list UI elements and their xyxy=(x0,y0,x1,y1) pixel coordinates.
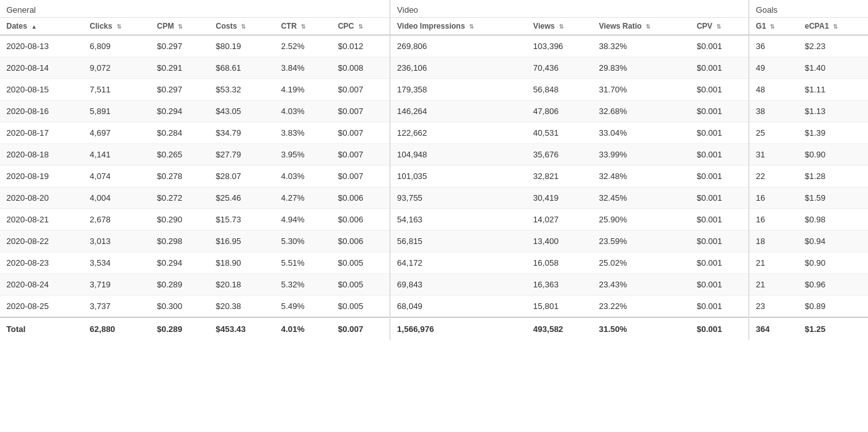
cell-costs: $53.32 xyxy=(210,79,275,101)
cell-video-impressions: 269,806 xyxy=(390,35,527,57)
cell-cpv: $0.001 xyxy=(690,79,749,101)
cell-cpm: $0.278 xyxy=(150,166,209,187)
cell-ecpa1: $0.98 xyxy=(799,209,868,231)
col-g1[interactable]: G1 ⇅ xyxy=(749,18,799,36)
cell-views: 47,806 xyxy=(527,101,593,122)
cell-cpv: $0.001 xyxy=(690,166,749,187)
cell-cpm: $0.294 xyxy=(150,252,209,274)
cell-cpm: $0.298 xyxy=(150,231,209,252)
cell-date: 2020-08-18 xyxy=(0,144,83,166)
cell-date: 2020-08-25 xyxy=(0,296,83,318)
cell-ecpa1: $0.90 xyxy=(799,144,868,166)
sort-icon-g1: ⇅ xyxy=(770,24,775,30)
cell-cpv: $0.001 xyxy=(690,101,749,122)
table-row: 2020-08-174,697$0.284$34.793.83%$0.00712… xyxy=(0,122,868,144)
cell-g1: 31 xyxy=(749,144,799,166)
total-row: Total 62,880 $0.289 $453.43 4.01% $0.007… xyxy=(0,317,868,340)
cell-g1: 48 xyxy=(749,79,799,101)
col-costs[interactable]: Costs ⇅ xyxy=(210,18,275,36)
table-row: 2020-08-149,072$0.291$68.613.84%$0.00823… xyxy=(0,57,868,79)
col-ecpa1[interactable]: eCPA1 ⇅ xyxy=(799,18,868,36)
cell-views-ratio: 33.04% xyxy=(593,122,691,144)
cell-cpc: $0.012 xyxy=(331,35,390,57)
col-dates[interactable]: Dates ▲ xyxy=(0,18,83,36)
col-cpm[interactable]: CPM ⇅ xyxy=(150,18,209,36)
cell-cpc: $0.005 xyxy=(331,252,390,274)
col-views-ratio[interactable]: Views Ratio ⇅ xyxy=(593,18,691,36)
table-row: 2020-08-194,074$0.278$28.074.03%$0.00710… xyxy=(0,166,868,187)
cell-video-impressions: 56,815 xyxy=(390,231,527,252)
cell-date: 2020-08-13 xyxy=(0,35,83,57)
cell-ctr: 5.51% xyxy=(275,252,331,274)
cell-cpv: $0.001 xyxy=(690,35,749,57)
cell-ctr: 4.19% xyxy=(275,79,331,101)
cell-clicks: 6,809 xyxy=(83,35,150,57)
total-label: Total xyxy=(0,317,83,340)
col-clicks[interactable]: Clicks ⇅ xyxy=(83,18,150,36)
total-ecpa1: $1.25 xyxy=(799,317,868,340)
cell-clicks: 3,719 xyxy=(83,274,150,296)
cell-cpm: $0.284 xyxy=(150,122,209,144)
cell-date: 2020-08-14 xyxy=(0,57,83,79)
cell-costs: $80.19 xyxy=(210,35,275,57)
cell-date: 2020-08-17 xyxy=(0,122,83,144)
cell-cpc: $0.007 xyxy=(331,166,390,187)
section-header-row: General Video Goals xyxy=(0,0,868,18)
cell-video-impressions: 122,662 xyxy=(390,122,527,144)
col-views[interactable]: Views ⇅ xyxy=(527,18,593,36)
cell-cpm: $0.265 xyxy=(150,144,209,166)
sort-icon-ctr: ⇅ xyxy=(301,24,306,30)
cell-clicks: 4,141 xyxy=(83,144,150,166)
cell-date: 2020-08-23 xyxy=(0,252,83,274)
col-cpc[interactable]: CPC ⇅ xyxy=(331,18,390,36)
cell-date: 2020-08-20 xyxy=(0,187,83,209)
video-section-header: Video xyxy=(390,0,749,18)
sort-icon-clicks: ⇅ xyxy=(117,24,122,30)
cell-views: 103,396 xyxy=(527,35,593,57)
sort-icon-ecpa1: ⇅ xyxy=(833,24,838,30)
sort-icon-cpc: ⇅ xyxy=(358,24,363,30)
cell-views: 15,801 xyxy=(527,296,593,318)
cell-g1: 21 xyxy=(749,252,799,274)
cell-cpc: $0.007 xyxy=(331,144,390,166)
table-row: 2020-08-157,511$0.297$53.324.19%$0.00717… xyxy=(0,79,868,101)
cell-date: 2020-08-19 xyxy=(0,166,83,187)
cell-ctr: 3.83% xyxy=(275,122,331,144)
table-row: 2020-08-233,534$0.294$18.905.51%$0.00564… xyxy=(0,252,868,274)
cell-ctr: 5.30% xyxy=(275,231,331,252)
cell-cpc: $0.006 xyxy=(331,231,390,252)
col-video-impressions[interactable]: Video Impressions ⇅ xyxy=(390,18,527,36)
cell-costs: $27.79 xyxy=(210,144,275,166)
cell-g1: 22 xyxy=(749,166,799,187)
cell-clicks: 7,511 xyxy=(83,79,150,101)
cell-g1: 21 xyxy=(749,274,799,296)
col-ctr[interactable]: CTR ⇅ xyxy=(275,18,331,36)
table-row: 2020-08-253,737$0.300$20.385.49%$0.00568… xyxy=(0,296,868,318)
cell-views: 70,436 xyxy=(527,57,593,79)
total-cpc: $0.007 xyxy=(331,317,390,340)
col-cpv[interactable]: CPV ⇅ xyxy=(690,18,749,36)
sort-icon-vi: ⇅ xyxy=(469,24,474,30)
cell-views-ratio: 32.68% xyxy=(593,101,691,122)
goals-section-header: Goals xyxy=(749,0,868,18)
cell-ctr: 4.94% xyxy=(275,209,331,231)
cell-views-ratio: 31.70% xyxy=(593,79,691,101)
cell-cpc: $0.007 xyxy=(331,122,390,144)
cell-ctr: 5.32% xyxy=(275,274,331,296)
cell-ctr: 3.95% xyxy=(275,144,331,166)
cell-date: 2020-08-24 xyxy=(0,274,83,296)
cell-video-impressions: 68,049 xyxy=(390,296,527,318)
cell-costs: $28.07 xyxy=(210,166,275,187)
cell-views: 40,531 xyxy=(527,122,593,144)
cell-clicks: 4,697 xyxy=(83,122,150,144)
cell-ctr: 5.49% xyxy=(275,296,331,318)
table-row: 2020-08-136,809$0.297$80.192.52%$0.01226… xyxy=(0,35,868,57)
column-header-row: Dates ▲ Clicks ⇅ CPM ⇅ Costs ⇅ CTR ⇅ xyxy=(0,18,868,36)
cell-g1: 16 xyxy=(749,209,799,231)
table-row: 2020-08-204,004$0.272$25.464.27%$0.00693… xyxy=(0,187,868,209)
cell-g1: 18 xyxy=(749,231,799,252)
cell-views: 30,419 xyxy=(527,187,593,209)
cell-ecpa1: $0.94 xyxy=(799,231,868,252)
cell-views: 14,027 xyxy=(527,209,593,231)
cell-views-ratio: 38.32% xyxy=(593,35,691,57)
